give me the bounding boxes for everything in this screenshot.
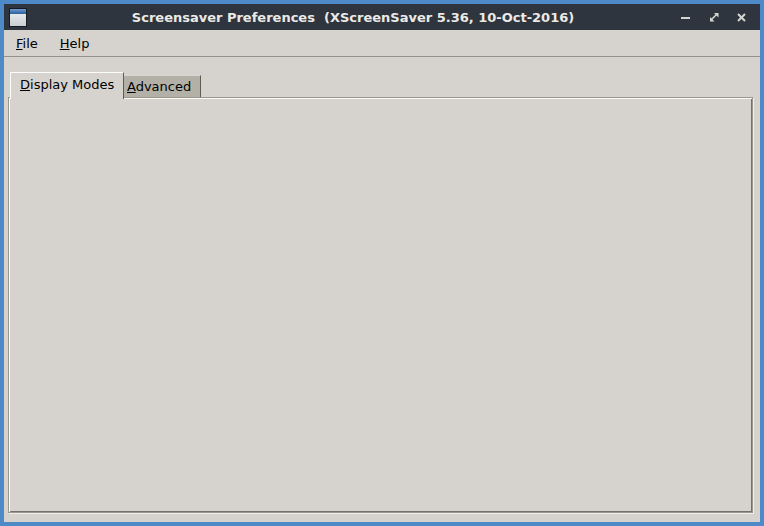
menu-bar: File Help	[4, 30, 760, 57]
window-title: Screensaver Preferences (XScreenSaver 5.…	[27, 10, 679, 25]
maximize-icon	[708, 11, 720, 23]
close-icon	[736, 12, 747, 23]
title-bar[interactable]: Screensaver Preferences (XScreenSaver 5.…	[4, 4, 760, 30]
window-icon	[9, 8, 27, 27]
window-controls	[679, 11, 748, 24]
content-area: Display Modes Advanced Mode: Only One Sc…	[4, 57, 760, 522]
maximize-button[interactable]	[707, 11, 720, 24]
tab-advanced[interactable]: Advanced	[117, 75, 201, 98]
close-button[interactable]	[735, 11, 748, 24]
menu-help[interactable]: Help	[50, 33, 100, 54]
tab-display-modes[interactable]: Display Modes	[10, 72, 124, 99]
xscreensaver-window: Screensaver Preferences (XScreenSaver 5.…	[0, 0, 764, 526]
minimize-button[interactable]	[679, 11, 692, 24]
display-modes-panel	[8, 97, 753, 513]
menu-file[interactable]: File	[6, 33, 48, 54]
minimize-icon	[680, 12, 691, 23]
